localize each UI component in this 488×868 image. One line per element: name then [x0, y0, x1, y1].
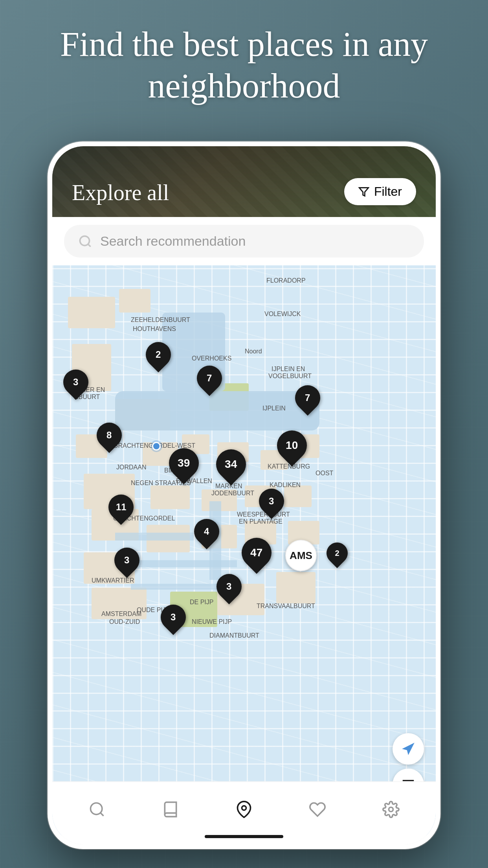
search-bar[interactable]: Search recommendation: [64, 225, 424, 257]
phone-mockup: Explore all Filter Search recommendation: [48, 142, 440, 849]
settings-nav-icon: [381, 799, 401, 820]
nav-item-book[interactable]: [134, 799, 207, 820]
location-arrow-icon: [401, 741, 416, 756]
map-pin-3-bl[interactable]: 3: [114, 548, 139, 573]
app-header: Explore all Filter: [52, 146, 436, 217]
city-block: [119, 289, 150, 313]
water-canal-5: [131, 584, 221, 590]
heart-nav-icon: [307, 799, 328, 820]
city-block: [276, 572, 316, 603]
svg-marker-0: [359, 188, 368, 196]
svg-point-1: [80, 236, 90, 245]
location-nav-icon: [234, 799, 254, 820]
phone-outer: Explore all Filter Search recommendation: [48, 142, 440, 849]
search-container: Search recommendation: [52, 217, 436, 265]
app-title: Explore all: [72, 180, 169, 205]
map-pin-7-center[interactable]: 7: [197, 366, 222, 391]
svg-point-8: [90, 803, 102, 814]
search-nav-icon: [87, 799, 107, 820]
location-button[interactable]: [393, 733, 424, 765]
map-area[interactable]: ZEEHELDENBUURT HOUTHAVENS OVERHOEKS VOLE…: [52, 265, 436, 835]
city-block: [150, 485, 190, 509]
book-nav-icon: [160, 799, 181, 820]
nav-item-location[interactable]: [207, 799, 281, 820]
search-placeholder: Search recommendation: [100, 234, 246, 249]
city-block: [92, 588, 147, 619]
svg-line-2: [88, 244, 91, 246]
map-pin-11[interactable]: 11: [108, 495, 134, 520]
home-indicator: [205, 835, 283, 838]
map-pin-10[interactable]: 10: [277, 430, 307, 460]
map-pin-34[interactable]: 34: [216, 449, 246, 479]
map-pin-7-right[interactable]: 7: [295, 385, 320, 410]
nav-item-settings[interactable]: [354, 799, 428, 820]
svg-point-10: [242, 805, 246, 810]
water-canal-4: [139, 560, 237, 567]
map-pin-4[interactable]: 4: [194, 519, 219, 544]
search-icon: [78, 234, 92, 248]
map-pin-3-bottom[interactable]: 3: [216, 574, 242, 599]
map-pin-8[interactable]: 8: [97, 423, 122, 448]
filter-button[interactable]: Filter: [344, 178, 416, 205]
current-location-dot: [152, 442, 161, 451]
map-pin-3-mid[interactable]: 3: [259, 489, 284, 514]
city-block: [284, 485, 312, 507]
map-pin-39[interactable]: 39: [169, 448, 199, 478]
water-ij: [115, 391, 319, 430]
filter-icon: [358, 186, 369, 197]
map-pin-ams[interactable]: AMS: [285, 540, 317, 571]
nav-item-search[interactable]: [60, 799, 134, 820]
phone-screen: Explore all Filter Search recommendation: [52, 146, 436, 844]
water-canal-3: [115, 533, 194, 541]
map-pin-3-b2[interactable]: 3: [161, 605, 186, 630]
hero-title: Find the best places in any neighborhood: [31, 24, 457, 107]
city-block: [68, 297, 115, 328]
map-pin-2-right[interactable]: 2: [327, 542, 348, 564]
map-pin-47[interactable]: 47: [242, 538, 272, 568]
svg-point-11: [389, 807, 393, 811]
hero-section: Find the best places in any neighborhood: [0, 24, 488, 107]
map-pin-3-left[interactable]: 3: [63, 370, 88, 395]
svg-line-9: [100, 813, 103, 816]
filter-label: Filter: [374, 184, 402, 199]
map-pin-2[interactable]: 2: [146, 342, 171, 367]
nav-item-heart[interactable]: [281, 799, 354, 820]
